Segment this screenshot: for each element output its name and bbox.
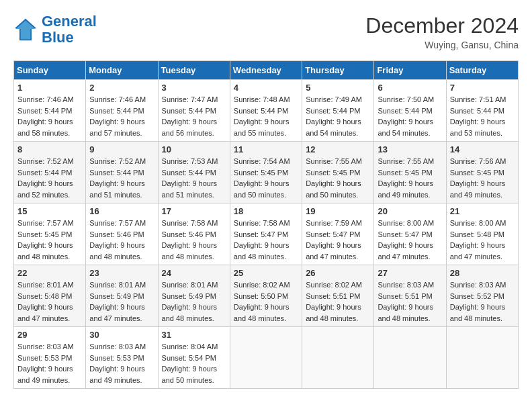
sunrise: Sunrise: 7:57 AM bbox=[17, 218, 82, 229]
weekday-header-tuesday: Tuesday bbox=[158, 61, 230, 80]
daylight: Daylight: 9 hours and 48 minutes. bbox=[162, 302, 226, 324]
day-info: Sunrise: 7:58 AM Sunset: 5:47 PM Dayligh… bbox=[234, 218, 298, 262]
day-number: 6 bbox=[378, 83, 442, 93]
day-number: 15 bbox=[17, 206, 82, 216]
sunrise: Sunrise: 7:58 AM bbox=[162, 218, 226, 229]
day-number: 1 bbox=[17, 83, 82, 93]
daylight: Daylight: 9 hours and 47 minutes. bbox=[17, 302, 82, 324]
page-header: General Blue December 2024 Wuying, Gansu… bbox=[13, 13, 519, 50]
day-number: 19 bbox=[306, 206, 370, 216]
daylight: Daylight: 9 hours and 47 minutes. bbox=[89, 302, 154, 324]
daylight: Daylight: 9 hours and 47 minutes. bbox=[378, 240, 442, 262]
sunrise: Sunrise: 8:00 AM bbox=[450, 218, 515, 229]
day-info: Sunrise: 7:59 AM Sunset: 5:47 PM Dayligh… bbox=[306, 218, 370, 262]
day-cell: 2 Sunrise: 7:46 AM Sunset: 5:44 PM Dayli… bbox=[86, 80, 158, 142]
day-info: Sunrise: 7:47 AM Sunset: 5:44 PM Dayligh… bbox=[162, 94, 226, 138]
day-cell: 1 Sunrise: 7:46 AM Sunset: 5:44 PM Dayli… bbox=[14, 80, 86, 142]
day-info: Sunrise: 7:54 AM Sunset: 5:45 PM Dayligh… bbox=[234, 156, 298, 200]
day-number: 27 bbox=[378, 268, 442, 278]
day-cell: 7 Sunrise: 7:51 AM Sunset: 5:44 PM Dayli… bbox=[446, 80, 518, 142]
sunrise: Sunrise: 7:56 AM bbox=[450, 156, 515, 167]
sunset: Sunset: 5:53 PM bbox=[17, 353, 82, 364]
logo-icon bbox=[13, 17, 38, 42]
daylight: Daylight: 9 hours and 47 minutes. bbox=[306, 240, 370, 262]
day-cell: 30 Sunrise: 8:03 AM Sunset: 5:53 PM Dayl… bbox=[86, 327, 158, 389]
day-number: 18 bbox=[234, 206, 298, 216]
daylight: Daylight: 9 hours and 49 minutes. bbox=[378, 178, 442, 200]
day-number: 2 bbox=[89, 83, 154, 93]
sunset: Sunset: 5:47 PM bbox=[378, 229, 442, 240]
day-cell: 25 Sunrise: 8:02 AM Sunset: 5:50 PM Dayl… bbox=[230, 265, 302, 327]
day-number: 28 bbox=[450, 268, 515, 278]
day-cell: 31 Sunrise: 8:04 AM Sunset: 5:54 PM Dayl… bbox=[158, 327, 230, 389]
sunrise: Sunrise: 7:58 AM bbox=[234, 218, 298, 229]
sunrise: Sunrise: 8:01 AM bbox=[17, 279, 82, 291]
day-cell: 12 Sunrise: 7:55 AM Sunset: 5:45 PM Dayl… bbox=[302, 142, 374, 203]
weekday-header-sunday: Sunday bbox=[14, 61, 86, 80]
day-cell bbox=[374, 327, 446, 389]
title-block: December 2024 Wuying, Gansu, China bbox=[365, 13, 519, 50]
daylight: Daylight: 9 hours and 51 minutes. bbox=[89, 178, 154, 200]
day-info: Sunrise: 8:04 AM Sunset: 5:54 PM Dayligh… bbox=[162, 341, 226, 385]
daylight: Daylight: 9 hours and 54 minutes. bbox=[306, 116, 370, 138]
sunrise: Sunrise: 8:02 AM bbox=[306, 279, 370, 291]
day-info: Sunrise: 7:52 AM Sunset: 5:44 PM Dayligh… bbox=[17, 156, 82, 200]
day-number: 21 bbox=[450, 206, 515, 216]
day-info: Sunrise: 8:01 AM Sunset: 5:49 PM Dayligh… bbox=[89, 279, 154, 324]
day-number: 5 bbox=[306, 83, 370, 93]
weekday-header-wednesday: Wednesday bbox=[230, 61, 302, 80]
day-info: Sunrise: 7:56 AM Sunset: 5:45 PM Dayligh… bbox=[450, 156, 515, 200]
day-cell: 5 Sunrise: 7:49 AM Sunset: 5:44 PM Dayli… bbox=[302, 80, 374, 142]
day-number: 17 bbox=[162, 206, 226, 216]
sunrise: Sunrise: 7:53 AM bbox=[162, 156, 226, 167]
day-cell bbox=[446, 327, 518, 389]
sunset: Sunset: 5:45 PM bbox=[378, 167, 442, 179]
location: Wuying, Gansu, China bbox=[365, 40, 519, 50]
calendar-table: SundayMondayTuesdayWednesdayThursdayFrid… bbox=[13, 60, 519, 389]
sunrise: Sunrise: 7:59 AM bbox=[306, 218, 370, 229]
sunset: Sunset: 5:51 PM bbox=[306, 291, 370, 302]
daylight: Daylight: 9 hours and 48 minutes. bbox=[234, 302, 298, 324]
daylight: Daylight: 9 hours and 48 minutes. bbox=[306, 302, 370, 324]
sunset: Sunset: 5:51 PM bbox=[378, 291, 442, 302]
month-title: December 2024 bbox=[365, 13, 519, 38]
day-info: Sunrise: 7:53 AM Sunset: 5:44 PM Dayligh… bbox=[162, 156, 226, 200]
day-info: Sunrise: 8:00 AM Sunset: 5:47 PM Dayligh… bbox=[378, 218, 442, 262]
daylight: Daylight: 9 hours and 49 minutes. bbox=[17, 363, 82, 385]
week-row-2: 8 Sunrise: 7:52 AM Sunset: 5:44 PM Dayli… bbox=[14, 142, 519, 203]
day-cell: 8 Sunrise: 7:52 AM Sunset: 5:44 PM Dayli… bbox=[14, 142, 86, 203]
day-number: 25 bbox=[234, 268, 298, 278]
sunrise: Sunrise: 8:01 AM bbox=[162, 279, 226, 291]
daylight: Daylight: 9 hours and 50 minutes. bbox=[306, 178, 370, 200]
day-cell bbox=[302, 327, 374, 389]
sunset: Sunset: 5:46 PM bbox=[89, 229, 154, 240]
sunset: Sunset: 5:53 PM bbox=[89, 353, 154, 364]
day-cell: 27 Sunrise: 8:03 AM Sunset: 5:51 PM Dayl… bbox=[374, 265, 446, 327]
sunset: Sunset: 5:49 PM bbox=[162, 291, 226, 302]
sunset: Sunset: 5:44 PM bbox=[17, 167, 82, 179]
daylight: Daylight: 9 hours and 54 minutes. bbox=[378, 116, 442, 138]
day-info: Sunrise: 7:48 AM Sunset: 5:44 PM Dayligh… bbox=[234, 94, 298, 138]
day-number: 8 bbox=[17, 144, 82, 154]
day-number: 4 bbox=[234, 83, 298, 93]
daylight: Daylight: 9 hours and 49 minutes. bbox=[450, 178, 515, 200]
sunrise: Sunrise: 7:57 AM bbox=[89, 218, 154, 229]
day-cell: 24 Sunrise: 8:01 AM Sunset: 5:49 PM Dayl… bbox=[158, 265, 230, 327]
day-number: 7 bbox=[450, 83, 515, 93]
day-cell: 9 Sunrise: 7:52 AM Sunset: 5:44 PM Dayli… bbox=[86, 142, 158, 203]
sunset: Sunset: 5:48 PM bbox=[450, 229, 515, 240]
daylight: Daylight: 9 hours and 48 minutes. bbox=[162, 240, 226, 262]
day-cell: 22 Sunrise: 8:01 AM Sunset: 5:48 PM Dayl… bbox=[14, 265, 86, 327]
sunrise: Sunrise: 7:46 AM bbox=[17, 94, 82, 105]
day-info: Sunrise: 8:03 AM Sunset: 5:53 PM Dayligh… bbox=[89, 341, 154, 385]
logo-line2: Blue bbox=[42, 29, 74, 46]
daylight: Daylight: 9 hours and 48 minutes. bbox=[89, 240, 154, 262]
sunrise: Sunrise: 8:03 AM bbox=[450, 279, 515, 291]
day-number: 24 bbox=[162, 268, 226, 278]
daylight: Daylight: 9 hours and 58 minutes. bbox=[17, 116, 82, 138]
sunrise: Sunrise: 8:00 AM bbox=[378, 218, 442, 229]
day-info: Sunrise: 8:02 AM Sunset: 5:50 PM Dayligh… bbox=[234, 279, 298, 324]
sunset: Sunset: 5:47 PM bbox=[306, 229, 370, 240]
day-cell: 6 Sunrise: 7:50 AM Sunset: 5:44 PM Dayli… bbox=[374, 80, 446, 142]
logo-line1: General bbox=[42, 13, 97, 30]
